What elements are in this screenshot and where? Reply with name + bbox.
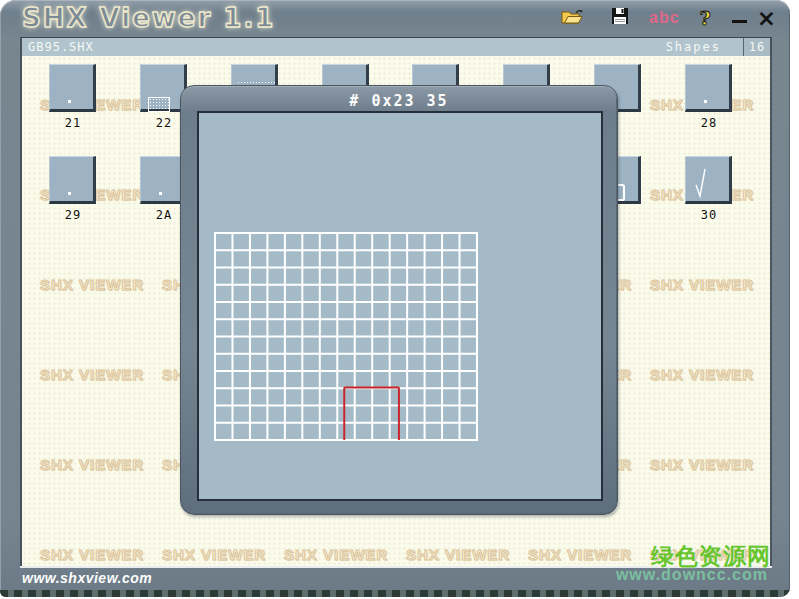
abc-label: abc — [649, 9, 680, 27]
shape-glyph-dots — [148, 97, 170, 112]
title-bar: SHX Viewer 1.1 — [0, 0, 790, 36]
shape-glyph-dot — [159, 192, 162, 195]
shape-thumbnail[interactable]: 28 — [685, 64, 733, 130]
shape-glyph-strokes — [686, 157, 730, 201]
shape-glyph-dot — [68, 192, 71, 195]
shape-thumbnail-box[interactable] — [49, 156, 96, 204]
shape-code-label: 30 — [685, 208, 733, 222]
text-preview-button[interactable]: abc — [649, 9, 680, 27]
shape-thumbnail[interactable]: 29 — [49, 156, 97, 222]
background-watermark: SHX VIEWER — [650, 276, 754, 293]
background-watermark: SHX VIEWER — [40, 276, 144, 293]
save-floppy-icon — [611, 7, 629, 29]
close-button[interactable]: × — [757, 7, 776, 29]
open-folder-icon — [561, 7, 585, 29]
background-watermark: SHX VIEWER — [40, 456, 144, 473]
background-watermark: SHX VIEWER — [528, 546, 632, 563]
minimize-icon — [732, 20, 747, 23]
shape-code-label: 29 — [49, 208, 97, 222]
close-icon: × — [757, 7, 776, 29]
background-watermark: SHX VIEWER — [40, 546, 144, 563]
background-watermark: SHX VIEWER — [284, 546, 388, 563]
background-watermark: SHX VIEWER — [162, 546, 266, 563]
shape-thumbnail[interactable]: 30 — [685, 156, 733, 222]
background-watermark: SHX VIEWER — [650, 366, 754, 383]
background-watermark: SHX VIEWER — [40, 366, 144, 383]
background-watermark: SHX VIEWER — [650, 456, 754, 473]
save-button[interactable] — [611, 7, 629, 29]
shape-thumbnail[interactable]: 21 — [49, 64, 97, 130]
shape-view-dialog-title: # 0x23 35 — [181, 92, 617, 110]
shape-code-label: 28 — [685, 116, 733, 130]
shape-thumbnail-box[interactable] — [685, 156, 732, 204]
minimize-button[interactable] — [731, 7, 749, 29]
help-button[interactable]: ? — [700, 7, 711, 29]
open-file-button[interactable] — [561, 7, 585, 29]
status-bar-url: www.shxview.com — [22, 570, 152, 586]
question-mark-icon: ? — [700, 7, 711, 29]
info-bar: GB95.SHX Shapes 16 — [20, 37, 772, 56]
shape-view-dialog: # 0x23 35 — [180, 85, 618, 515]
toolbar: abc ? × — [561, 0, 776, 36]
loaded-file-name: GB95.SHX — [22, 40, 94, 54]
shape-thumbnail-box[interactable] — [49, 64, 96, 112]
site-watermark-url: www.downcc.com — [616, 566, 768, 584]
shape-glyph-dot — [68, 100, 71, 103]
shapes-count: 16 — [743, 38, 770, 56]
shape-view-canvas — [197, 111, 603, 501]
background-watermark: SHX VIEWER — [406, 546, 510, 563]
shape-code-label: 21 — [49, 116, 97, 130]
shape-thumbnail-box[interactable] — [685, 64, 732, 112]
shape-glyph-dot — [704, 100, 707, 103]
app-title: SHX Viewer 1.1 — [22, 3, 275, 33]
shape-grid — [214, 232, 478, 441]
shapes-label: Shapes — [666, 40, 721, 54]
